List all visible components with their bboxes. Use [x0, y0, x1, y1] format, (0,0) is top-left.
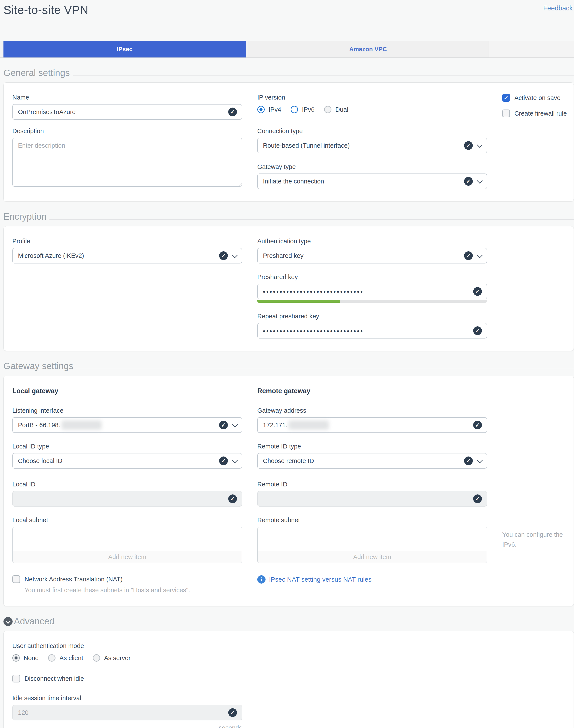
- redacted-ip: [289, 421, 329, 430]
- user-auth-mode-options: None As client As server: [12, 654, 574, 662]
- listening-interface-select[interactable]: PortB - 66.198.: [12, 417, 242, 433]
- radio-ipv4[interactable]: [257, 106, 265, 113]
- user-auth-mode-label: User authentication mode: [12, 642, 574, 650]
- nat-checkbox[interactable]: [12, 575, 20, 583]
- chevron-down-icon: [477, 252, 483, 258]
- chevron-down-icon: [232, 422, 238, 427]
- chevron-down-icon: [477, 178, 483, 184]
- radio-ipv6-label[interactable]: IPv6: [302, 106, 315, 113]
- local-id-field: [12, 491, 242, 507]
- repeat-preshared-key-masked-value: ••••••••••••••••••••••••••••••: [263, 328, 364, 335]
- idle-session-value: 120: [18, 709, 28, 716]
- local-gateway-heading: Local gateway: [12, 387, 242, 395]
- connection-type-select[interactable]: Route-based (Tunnel interface): [257, 138, 487, 153]
- repeat-preshared-key-label: Repeat preshared key: [257, 313, 487, 320]
- info-icon: i: [257, 575, 265, 583]
- ip-version-options: IPv4 IPv6 Dual: [257, 106, 487, 113]
- activate-on-save-row: Activate on save: [502, 94, 574, 102]
- general-settings-heading: General settings: [3, 68, 574, 78]
- chevron-down-icon: [477, 142, 483, 148]
- valid-check-icon: [228, 108, 237, 116]
- radio-ipv6[interactable]: [291, 106, 298, 113]
- radio-as-client[interactable]: [48, 654, 55, 662]
- remote-id-type-label: Remote ID type: [257, 443, 487, 450]
- local-id-type-label: Local ID type: [12, 443, 242, 450]
- nat-label[interactable]: Network Address Translation (NAT): [25, 576, 122, 583]
- collapse-chevron-icon[interactable]: [3, 617, 12, 626]
- feedback-link[interactable]: Feedback: [543, 4, 573, 12]
- heading-divider: [76, 369, 574, 369]
- remote-id-type-select[interactable]: Choose remote ID: [257, 453, 487, 469]
- disconnect-when-idle-checkbox[interactable]: [12, 675, 20, 683]
- valid-check-icon: [473, 421, 482, 429]
- general-settings-panel: Name OnPremisesToAzure IP version IPv4 I…: [3, 82, 574, 201]
- activate-on-save-checkbox[interactable]: [502, 94, 510, 102]
- radio-none[interactable]: [12, 654, 20, 662]
- gateway-address-field[interactable]: 172.171.: [257, 417, 487, 433]
- chevron-down-icon: [232, 457, 238, 463]
- advanced-heading: Advanced: [3, 616, 574, 626]
- advanced-panel: User authentication mode None As client …: [3, 631, 574, 728]
- encryption-panel: Profile Microsoft Azure (IKEv2) Authenti…: [3, 226, 574, 351]
- repeat-preshared-key-field[interactable]: ••••••••••••••••••••••••••••••: [257, 323, 487, 339]
- password-strength-meter: [257, 300, 487, 303]
- valid-check-icon: [473, 287, 482, 296]
- tab-ipsec[interactable]: IPsec: [3, 41, 246, 58]
- listening-interface-label: Listening interface: [12, 407, 242, 414]
- page-title: Site-to-site VPN: [3, 3, 88, 16]
- remote-subnet-list[interactable]: [258, 527, 487, 550]
- auth-type-label: Authentication type: [257, 238, 487, 245]
- radio-dual[interactable]: [324, 106, 331, 113]
- local-id-type-select[interactable]: Choose local ID: [12, 453, 242, 469]
- auth-type-select[interactable]: Preshared key: [257, 248, 487, 264]
- local-subnet-label: Local subnet: [12, 516, 242, 524]
- page-header: Site-to-site VPN Feedback: [0, 0, 574, 16]
- valid-check-icon: [228, 708, 237, 717]
- radio-as-server-label[interactable]: As server: [104, 654, 130, 662]
- name-field[interactable]: OnPremisesToAzure: [12, 104, 242, 120]
- activate-on-save-label[interactable]: Activate on save: [515, 94, 561, 102]
- tab-amazon-vpc[interactable]: Amazon VPC: [248, 41, 489, 58]
- gateway-type-select[interactable]: Initiate the connection: [257, 174, 487, 189]
- radio-as-client-label[interactable]: As client: [59, 654, 83, 662]
- remote-subnet-add-new-item[interactable]: Add new item: [258, 550, 487, 563]
- valid-check-icon: [473, 327, 482, 335]
- remote-id-label: Remote ID: [257, 481, 487, 488]
- description-label: Description: [12, 127, 242, 135]
- profile-label: Profile: [12, 238, 242, 245]
- preshared-key-field[interactable]: ••••••••••••••••••••••••••••••: [257, 284, 487, 299]
- remote-subnet-listbox[interactable]: Add new item: [257, 527, 487, 563]
- radio-as-server[interactable]: [93, 654, 100, 662]
- site-to-site-vpn-page: Site-to-site VPN Feedback IPsec Amazon V…: [0, 0, 574, 728]
- remote-subnet-label: Remote subnet: [257, 516, 487, 524]
- gateway-address-label: Gateway address: [257, 407, 487, 414]
- gateway-type-label: Gateway type: [257, 163, 487, 170]
- local-subnet-listbox[interactable]: Add new item: [12, 527, 242, 563]
- radio-none-label[interactable]: None: [24, 654, 39, 662]
- side-note: You can configure the IPv6.: [502, 530, 568, 550]
- nat-info-link[interactable]: i IPsec NAT setting versus NAT rules: [257, 575, 487, 583]
- radio-dual-label[interactable]: Dual: [335, 106, 348, 113]
- disconnect-when-idle-row: Disconnect when idle: [12, 675, 574, 683]
- profile-select[interactable]: Microsoft Azure (IKEv2): [12, 248, 242, 264]
- heading-divider: [73, 75, 574, 76]
- chevron-down-icon: [477, 457, 483, 463]
- chevron-down-icon: [232, 252, 238, 258]
- valid-check-icon: [228, 494, 237, 503]
- description-textarea[interactable]: [12, 138, 242, 187]
- local-subnet-add-new-item[interactable]: Add new item: [13, 550, 242, 563]
- disconnect-when-idle-label[interactable]: Disconnect when idle: [25, 675, 84, 682]
- create-firewall-rule-checkbox[interactable]: [502, 110, 510, 117]
- local-subnet-list[interactable]: [13, 527, 242, 550]
- remote-id-field: [257, 491, 487, 507]
- preshared-key-label: Preshared key: [257, 273, 487, 281]
- name-label: Name: [12, 94, 242, 101]
- radio-ipv4-label[interactable]: IPv4: [269, 106, 281, 113]
- preshared-key-masked-value: ••••••••••••••••••••••••••••••: [263, 288, 364, 296]
- create-firewall-rule-label[interactable]: Create firewall rule: [515, 110, 567, 117]
- valid-check-icon: [219, 251, 228, 260]
- tab-bar-filler: [489, 41, 574, 58]
- gateway-settings-panel: Local gateway Remote gateway Listening i…: [3, 376, 574, 606]
- encryption-heading: Encryption: [3, 212, 574, 222]
- local-id-label: Local ID: [12, 481, 242, 488]
